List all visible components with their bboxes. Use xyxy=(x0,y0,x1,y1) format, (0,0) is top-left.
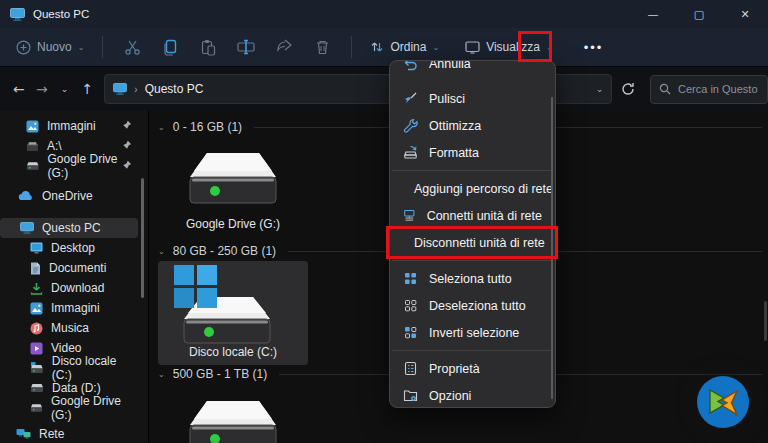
menu-item-label: Formatta xyxy=(429,146,479,160)
refresh-button[interactable] xyxy=(612,75,644,103)
maximize-button[interactable]: ▢ xyxy=(676,0,722,28)
view-button[interactable]: Visualizza ⌄ xyxy=(457,34,561,60)
delete-button[interactable] xyxy=(303,39,341,55)
menu-item-ottimizza[interactable]: Ottimizza xyxy=(390,112,555,139)
menu-item-connetti-unita-di-rete[interactable]: Connetti unità di rete xyxy=(390,202,555,229)
menu-item-deseleziona-tutto[interactable]: Deseleziona tutto xyxy=(390,292,555,319)
drive-windows-icon xyxy=(30,362,44,374)
search-input[interactable] xyxy=(678,83,759,95)
drive-tile-disco-locale-c[interactable]: Disco locale (C:) xyxy=(158,261,308,365)
drive-icon xyxy=(30,383,44,393)
pictures-icon xyxy=(30,302,43,315)
file-explorer-window: Questo PC — ▢ ✕ Nuovo ⌄ xyxy=(0,0,768,443)
windows-logo-icon xyxy=(174,265,217,308)
rename-button[interactable] xyxy=(227,39,265,55)
menu-scrollbar[interactable] xyxy=(551,97,553,399)
sidebar-item-label: Immagini xyxy=(51,301,100,315)
drive-icon xyxy=(26,161,39,171)
sidebar-item-immagini-pinned[interactable]: Immagini xyxy=(0,116,138,136)
menu-item-disconnetti-unita-di-rete[interactable]: Disconnetti unità di rete xyxy=(390,229,555,256)
sidebar-item-documenti[interactable]: Documenti xyxy=(0,258,138,278)
menu-item-pulisci[interactable]: Pulisci xyxy=(390,85,555,112)
hard-drive-icon xyxy=(185,387,281,443)
drive-tile-google-drive[interactable]: Google Drive (G:) xyxy=(158,139,308,231)
sidebar-item-google-drive[interactable]: Google Drive (G:) xyxy=(0,398,138,418)
group-header-label: 0 - 16 GB (1) xyxy=(173,120,242,134)
menu-item-label: Proprietà xyxy=(429,362,480,376)
drive-icon xyxy=(30,403,43,413)
sidebar-item-questo-pc[interactable]: Questo PC xyxy=(0,218,138,238)
sidebar-item-rete[interactable]: Rete xyxy=(0,424,138,443)
hard-drive-icon xyxy=(185,139,281,211)
sidebar-item-download[interactable]: Download xyxy=(0,278,138,298)
sidebar-item-label: Questo PC xyxy=(42,221,101,235)
menu-item-formatta[interactable]: Formatta xyxy=(390,139,555,166)
map-network-drive-icon xyxy=(403,208,416,223)
menu-item-inverti-selezione[interactable]: Inverti selezione xyxy=(390,319,555,346)
recent-locations-button[interactable]: ⌄ xyxy=(54,75,76,103)
forward-button[interactable]: → xyxy=(31,75,53,103)
document-icon xyxy=(30,262,41,275)
sidebar-item-immagini[interactable]: Immagini xyxy=(0,298,138,318)
sidebar-item-desktop[interactable]: Desktop xyxy=(0,238,138,258)
broom-icon xyxy=(403,91,418,106)
window-title: Questo PC xyxy=(33,8,89,20)
up-button[interactable]: ↑ xyxy=(76,75,98,103)
close-button[interactable]: ✕ xyxy=(722,0,768,28)
properties-icon xyxy=(403,361,418,376)
undo-icon xyxy=(403,60,418,71)
breadcrumb[interactable]: Questo PC xyxy=(145,82,204,96)
paste-button[interactable] xyxy=(189,39,227,56)
sidebar-item-onedrive[interactable]: OneDrive xyxy=(0,186,138,206)
back-button[interactable]: ← xyxy=(8,75,30,103)
this-pc-icon xyxy=(10,8,25,21)
sidebar-item-google-drive-pinned[interactable]: Google Drive (G:) xyxy=(0,156,138,176)
menu-item-aggiungi-percorso-di-rete[interactable]: Aggiungi percorso di rete xyxy=(390,175,555,202)
collapse-chevron-icon[interactable]: ⌄ xyxy=(158,247,165,256)
collapse-chevron-icon[interactable]: ⌄ xyxy=(158,370,165,379)
sort-button[interactable]: Ordina ⌄ xyxy=(362,34,447,60)
search-box[interactable] xyxy=(650,75,768,104)
group-header-label: 80 GB - 250 GB (1) xyxy=(173,244,276,258)
toolbar-separator xyxy=(102,36,103,58)
new-button[interactable]: Nuovo ⌄ xyxy=(8,34,92,61)
sidebar-scrollbar[interactable] xyxy=(141,178,144,298)
chevron-down-icon: ⌄ xyxy=(78,43,85,52)
menu-item-proprieta[interactable]: Proprietà xyxy=(390,355,555,382)
sidebar-item-label: Data (D:) xyxy=(52,381,101,395)
minimize-button[interactable]: — xyxy=(630,0,676,28)
menu-item-seleziona-tutto[interactable]: Seleziona tutto xyxy=(390,265,555,292)
sort-arrows-icon xyxy=(370,40,384,54)
explorer-body: Immagini A:\ Google Drive (G:) OneDrive xyxy=(0,111,768,443)
sidebar-item-label: Download xyxy=(51,281,104,295)
sidebar-item-musica[interactable]: Musica xyxy=(0,318,138,338)
view-button-label: Visualizza xyxy=(486,40,540,54)
navigation-bar: ← → ⌄ ↑ › Questo PC ⌄ xyxy=(0,67,768,111)
menu-item-annulla[interactable]: Annulla xyxy=(390,60,555,77)
drive-tile-partial[interactable] xyxy=(158,387,308,443)
sidebar-item-disco-locale-c[interactable]: Disco locale (C:) xyxy=(0,358,138,378)
options-icon xyxy=(403,388,418,403)
download-icon xyxy=(30,282,43,295)
chevron-down-icon: ⌄ xyxy=(546,43,553,52)
copy-button[interactable] xyxy=(151,39,189,56)
cut-button[interactable] xyxy=(113,39,151,56)
drive-label: Google Drive (G:) xyxy=(186,217,280,231)
search-icon xyxy=(659,83,671,95)
sidebar-item-label: Desktop xyxy=(51,241,95,255)
address-dropdown-icon[interactable]: ⌄ xyxy=(596,84,604,94)
see-more-button[interactable]: ••• xyxy=(575,36,613,59)
pin-icon xyxy=(122,160,132,170)
sidebar-item-label: Immagini xyxy=(47,119,96,133)
plus-circle-icon xyxy=(16,40,31,55)
collapse-chevron-icon[interactable]: ⌄ xyxy=(158,123,165,132)
menu-item-opzioni[interactable]: Opzioni xyxy=(390,382,555,408)
desktop-icon xyxy=(30,242,43,254)
command-bar: Nuovo ⌄ Ordina ⌄ xyxy=(0,28,768,67)
share-button[interactable] xyxy=(265,39,303,55)
this-pc-icon xyxy=(113,83,127,95)
menu-item-label: Pulisci xyxy=(429,92,465,106)
watermark-logo xyxy=(696,375,750,429)
content-scrollbar[interactable] xyxy=(764,301,767,341)
sidebar-item-label: Musica xyxy=(51,321,89,335)
